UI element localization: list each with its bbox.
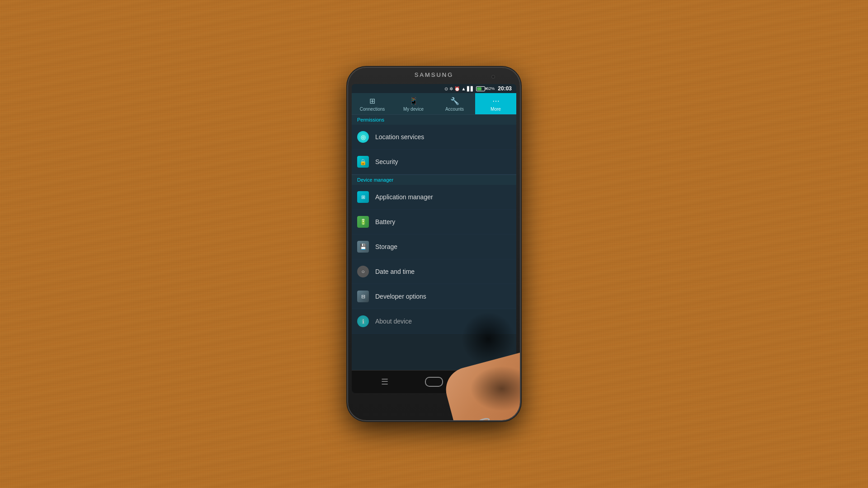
wifi-icon: ▲ xyxy=(461,86,466,91)
phone-device: SAMSUNG ⊙ ✲ ⏰ ▲ ▋▋ 62% 20:03 xyxy=(348,68,520,420)
application-manager-item[interactable]: ⊞ Application manager xyxy=(352,185,516,210)
menu-button[interactable]: ☰ xyxy=(377,375,392,389)
date-time-item[interactable]: ○ Date and time xyxy=(352,259,516,284)
status-bar: ⊙ ✲ ⏰ ▲ ▋▋ 62% 20:03 xyxy=(352,84,516,93)
battery-label: Battery xyxy=(375,218,395,225)
tab-more-label: More xyxy=(491,107,501,112)
app-manager-icon: ⊞ xyxy=(357,191,369,203)
location-icon: ◎ xyxy=(357,131,369,143)
tab-mydevice-label: My device xyxy=(403,107,424,112)
tab-accounts-label: Accounts xyxy=(445,107,464,112)
date-icon: ○ xyxy=(357,266,369,277)
location-services-item[interactable]: ◎ Location services xyxy=(352,125,516,150)
storage-icon: 💾 xyxy=(357,241,369,253)
about-icon: ℹ xyxy=(357,315,369,327)
tab-accounts[interactable]: 🔧 Accounts xyxy=(434,93,475,114)
battery-time-area: 62% 20:03 xyxy=(476,85,512,92)
home-button[interactable] xyxy=(425,377,443,387)
application-manager-label: Application manager xyxy=(375,193,433,201)
tab-more[interactable]: ⋯ More xyxy=(475,93,516,114)
phone-body: SAMSUNG ⊙ ✲ ⏰ ▲ ▋▋ 62% 20:03 xyxy=(348,68,520,420)
device-manager-header: Device manager xyxy=(352,174,516,185)
back-button[interactable]: ↩ xyxy=(476,375,491,389)
finger-shadow xyxy=(461,312,515,366)
security-icon: 🔒 xyxy=(357,156,369,168)
battery-fill xyxy=(477,87,481,90)
storage-label: Storage xyxy=(375,243,397,250)
battery-icon xyxy=(476,86,485,91)
device-manager-header-text: Device manager xyxy=(357,177,393,183)
screen-icon: ⊙ xyxy=(444,86,448,91)
status-icons: ⊙ ✲ ⏰ ▲ ▋▋ xyxy=(444,86,474,91)
signal-icon: ▋▋ xyxy=(467,86,474,91)
tab-connections-label: Connections xyxy=(360,107,385,112)
date-time-label: Date and time xyxy=(375,268,415,275)
battery-percent: 62% xyxy=(486,86,495,91)
developer-options-item[interactable]: ⊟ Developer options xyxy=(352,284,516,309)
alarm-icon: ⏰ xyxy=(454,86,460,91)
permissions-header-text: Permissions xyxy=(357,117,384,122)
storage-item[interactable]: 💾 Storage xyxy=(352,235,516,259)
more-icon: ⋯ xyxy=(492,97,500,105)
mydevice-icon: 📱 xyxy=(409,97,418,105)
status-time: 20:03 xyxy=(498,85,512,92)
battery-item[interactable]: 🔋 Battery xyxy=(352,210,516,235)
developer-icon: ⊟ xyxy=(357,291,369,302)
tab-connections[interactable]: ⊞ Connections xyxy=(352,93,393,114)
developer-options-label: Developer options xyxy=(375,293,426,300)
location-services-label: Location services xyxy=(375,133,424,141)
security-label: Security xyxy=(375,158,398,165)
tab-bar: ⊞ Connections 📱 My device 🔧 Accounts ⋯ M… xyxy=(352,93,516,114)
permissions-header: Permissions xyxy=(352,114,516,125)
about-device-label: About device xyxy=(375,318,412,325)
bluetooth-icon: ✲ xyxy=(449,86,453,91)
connections-icon: ⊞ xyxy=(369,97,375,105)
tab-mydevice[interactable]: 📱 My device xyxy=(393,93,434,114)
bottom-nav: ☰ ↩ xyxy=(352,370,516,393)
ring xyxy=(477,417,491,420)
security-item[interactable]: 🔒 Security xyxy=(352,150,516,174)
accounts-icon: 🔧 xyxy=(450,97,459,105)
brand-area: SAMSUNG xyxy=(348,70,520,79)
samsung-logo: SAMSUNG xyxy=(415,71,454,78)
battery-menu-icon: 🔋 xyxy=(357,216,369,228)
